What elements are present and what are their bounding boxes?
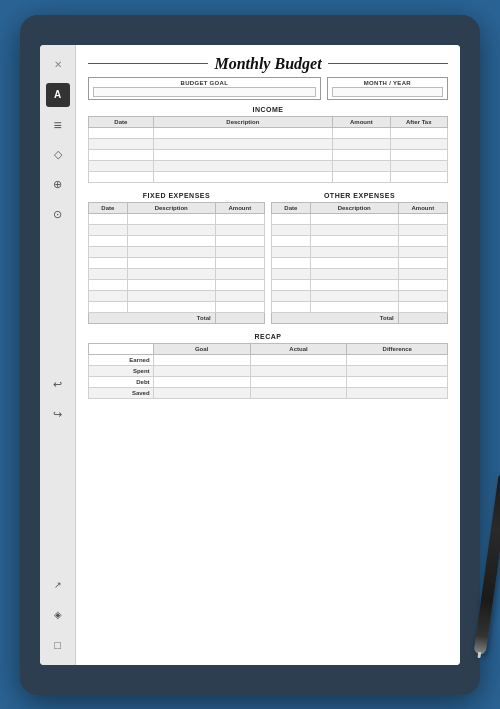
table-row — [89, 235, 265, 246]
recap-label-spent: Spent — [89, 365, 154, 376]
recap-label-earned: Earned — [89, 354, 154, 365]
table-row — [272, 290, 448, 301]
table-row — [272, 279, 448, 290]
table-row — [272, 224, 448, 235]
budget-goal-input[interactable] — [93, 87, 316, 97]
table-row — [272, 213, 448, 224]
month-year-label: MONTH / YEAR — [332, 80, 443, 86]
income-table: Date Description Amount After Tax — [88, 116, 448, 183]
fixed-expenses-col: FIXED EXPENSES Date Description Amount — [88, 187, 265, 328]
main-content: Monthly Budget BUDGET GOAL MONTH / YEAR … — [76, 45, 460, 665]
fixed-col-date: Date — [89, 202, 128, 213]
table-row — [89, 213, 265, 224]
redo-icon[interactable]: ↪ — [46, 403, 70, 427]
table-row — [89, 246, 265, 257]
recap-section-title: RECAP — [88, 333, 448, 340]
table-row — [89, 290, 265, 301]
other-expenses-table: Date Description Amount — [271, 202, 448, 324]
recap-col-goal: Goal — [153, 343, 250, 354]
table-row — [89, 268, 265, 279]
other-col-amount: Amount — [398, 202, 447, 213]
fixed-total-label: Total — [89, 312, 216, 323]
recap-col-empty — [89, 343, 154, 354]
table-row — [89, 138, 448, 149]
export-icon[interactable]: ↗ — [46, 573, 70, 597]
table-row — [89, 171, 448, 182]
recap-table: Goal Actual Difference Earned Spent — [88, 343, 448, 399]
device: ✕ A ≡ ◇ ⊕ ⊙ ↩ ↪ ↗ ◈ □ Monthly Budget — [20, 15, 480, 695]
table-row — [89, 127, 448, 138]
move-icon[interactable]: ⊕ — [46, 173, 70, 197]
undo-icon[interactable]: ↩ — [46, 373, 70, 397]
table-row — [89, 257, 265, 268]
fixed-col-amount: Amount — [215, 202, 264, 213]
recap-row-spent: Spent — [89, 365, 448, 376]
page-title: Monthly Budget — [88, 55, 448, 73]
table-row — [89, 224, 265, 235]
month-year-box: MONTH / YEAR — [327, 77, 448, 100]
screen: ✕ A ≡ ◇ ⊕ ⊙ ↩ ↪ ↗ ◈ □ Monthly Budget — [40, 45, 460, 665]
table-row — [89, 301, 265, 312]
layers-icon[interactable]: ◈ — [46, 603, 70, 627]
other-expenses-title: OTHER EXPENSES — [271, 192, 448, 199]
fixed-expenses-title: FIXED EXPENSES — [88, 192, 265, 199]
income-col-description: Description — [153, 116, 333, 127]
other-total-label: Total — [272, 312, 399, 323]
table-row — [272, 246, 448, 257]
sidebar: ✕ A ≡ ◇ ⊕ ⊙ ↩ ↪ ↗ ◈ □ — [40, 45, 76, 665]
table-row — [89, 279, 265, 290]
menu-icon[interactable]: ≡ — [46, 113, 70, 137]
home-icon[interactable]: A — [46, 83, 70, 107]
other-expenses-col: OTHER EXPENSES Date Description Amount — [271, 187, 448, 328]
recap-label-saved: Saved — [89, 387, 154, 398]
table-row — [89, 160, 448, 171]
table-row — [272, 235, 448, 246]
bookmark-icon[interactable]: ◇ — [46, 143, 70, 167]
budget-goal-label: BUDGET GOAL — [93, 80, 316, 86]
fixed-expenses-table: Date Description Amount — [88, 202, 265, 324]
other-total-row: Total — [272, 312, 448, 323]
income-section-title: INCOME — [88, 106, 448, 113]
income-col-aftertax: After Tax — [390, 116, 447, 127]
fixed-total-row: Total — [89, 312, 265, 323]
other-col-date: Date — [272, 202, 311, 213]
table-row — [272, 257, 448, 268]
table-row — [272, 301, 448, 312]
close-icon[interactable]: ✕ — [46, 53, 70, 77]
recap-col-difference: Difference — [347, 343, 448, 354]
stylus-pen — [474, 475, 500, 655]
recap-row-saved: Saved — [89, 387, 448, 398]
table-row — [272, 268, 448, 279]
budget-goal-box: BUDGET GOAL — [88, 77, 321, 100]
other-col-description: Description — [310, 202, 398, 213]
fixed-col-description: Description — [127, 202, 215, 213]
expenses-row: FIXED EXPENSES Date Description Amount — [88, 187, 448, 328]
budget-goal-row: BUDGET GOAL MONTH / YEAR — [88, 77, 448, 100]
table-row — [89, 149, 448, 160]
recap-row-debt: Debt — [89, 376, 448, 387]
income-col-amount: Amount — [333, 116, 390, 127]
income-col-date: Date — [89, 116, 154, 127]
recap-row-earned: Earned — [89, 354, 448, 365]
recap-label-debt: Debt — [89, 376, 154, 387]
frame-icon[interactable]: □ — [46, 633, 70, 657]
recap-col-actual: Actual — [250, 343, 347, 354]
month-year-input[interactable] — [332, 87, 443, 97]
search-icon[interactable]: ⊙ — [46, 203, 70, 227]
